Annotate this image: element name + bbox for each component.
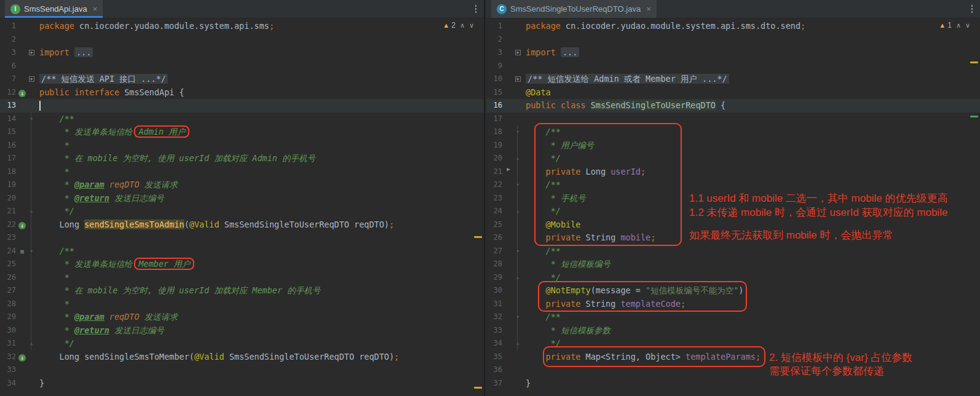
prev-issue-icon[interactable]: ∧ — [460, 22, 465, 30]
line-number[interactable]: 2 — [486, 33, 504, 47]
line-number[interactable]: 27 — [0, 284, 17, 298]
fold-icon[interactable] — [513, 192, 522, 205]
line-number[interactable]: 36 — [486, 363, 504, 377]
fold-icon[interactable] — [27, 350, 36, 364]
fold-icon[interactable] — [27, 152, 36, 165]
next-issue-icon[interactable]: ∨ — [965, 22, 970, 30]
code-line-23[interactable]: 23 — [0, 231, 484, 245]
fold-icon[interactable] — [513, 324, 522, 338]
fold-icon[interactable]: ▵ — [513, 205, 522, 218]
fold-icon[interactable] — [513, 284, 522, 298]
more-options-icon[interactable] — [475, 5, 477, 13]
line-number[interactable]: 13 — [0, 99, 17, 113]
line-number[interactable]: 20 — [486, 152, 504, 165]
code-line-27[interactable]: 27▿ /** — [486, 245, 980, 258]
code-line-34[interactable]: 34} — [0, 377, 484, 390]
close-tab-icon[interactable]: × — [93, 4, 98, 14]
fold-icon[interactable]: + — [27, 46, 36, 60]
fold-icon[interactable]: ▵ — [513, 152, 522, 165]
fold-icon[interactable] — [27, 33, 36, 47]
code-line-9[interactable]: 9 — [486, 60, 980, 73]
fold-icon[interactable] — [513, 33, 522, 47]
inspections-widget[interactable]: ▲ 2 ∧ ∨ — [443, 21, 474, 30]
line-number[interactable]: 22 — [0, 218, 17, 232]
implemented-marker-icon[interactable]: ↓ — [18, 222, 26, 229]
line-number[interactable]: 10 — [486, 73, 504, 86]
code-line-12[interactable]: 12↓public interface SmsSendApi { — [0, 86, 484, 100]
code-line-24[interactable]: 24≡▿ /** — [0, 245, 484, 258]
line-number[interactable]: 16 — [0, 139, 17, 152]
code-line-1[interactable]: 1package cn.iocoder.yudao.module.system.… — [0, 20, 484, 33]
fold-icon[interactable] — [27, 271, 36, 285]
code-line-27[interactable]: 27 * 在 mobile 为空时, 使用 userId 加载对应 Member… — [0, 284, 484, 298]
code-line-17[interactable]: 17 * 在 mobile 为空时, 使用 userId 加载对应 Admin … — [0, 152, 484, 165]
fold-icon[interactable]: ▿ — [513, 178, 522, 192]
line-number[interactable]: 32 — [486, 311, 504, 324]
code-line-15[interactable]: 15 * 发送单条短信给Admin 用户 — [0, 125, 484, 139]
fold-icon[interactable]: ▿ — [27, 245, 36, 258]
fold-icon[interactable]: ▿ — [513, 245, 522, 258]
line-number[interactable]: 33 — [486, 324, 504, 338]
fold-icon[interactable]: + — [513, 46, 522, 60]
fold-icon[interactable]: ▵ — [513, 337, 522, 350]
line-number[interactable]: 20 — [0, 192, 17, 205]
fold-icon[interactable] — [513, 350, 522, 364]
code-line-16[interactable]: 16 * — [0, 139, 484, 152]
line-number[interactable]: 9 — [486, 60, 504, 73]
code-line-13[interactable]: 13 — [0, 99, 484, 113]
fold-icon[interactable]: ▿ — [513, 311, 522, 324]
code-line-19[interactable]: 19 * @param reqDTO 发送请求 — [0, 178, 484, 192]
fold-icon[interactable] — [513, 231, 522, 245]
fold-icon[interactable] — [27, 311, 36, 324]
expand-fold-icon[interactable]: + — [29, 50, 34, 55]
line-number[interactable]: 33 — [0, 363, 17, 377]
line-number[interactable]: 26 — [486, 231, 504, 245]
line-number[interactable]: 23 — [486, 192, 504, 205]
fold-icon[interactable] — [513, 218, 522, 232]
line-number[interactable]: 29 — [0, 311, 17, 324]
close-tab-icon[interactable]: × — [646, 4, 651, 14]
code-line-25[interactable]: 25 * 发送单条短信给Member 用户 — [0, 258, 484, 271]
fold-icon[interactable] — [27, 125, 36, 139]
line-number[interactable]: 34 — [486, 337, 504, 350]
fold-icon[interactable] — [27, 139, 36, 152]
code-line-18[interactable]: 18 * — [0, 165, 484, 179]
code-line-29[interactable]: 29 * @param reqDTO 发送请求 — [0, 311, 484, 324]
line-number[interactable]: 18 — [0, 165, 17, 179]
line-number[interactable]: 25 — [486, 218, 504, 232]
fold-icon[interactable] — [27, 86, 36, 100]
line-number[interactable]: 1 — [486, 20, 504, 33]
code-line-20[interactable]: 20 * @return 发送日志编号 — [0, 192, 484, 205]
code-line-28[interactable]: 28 * 短信模板编号 — [486, 258, 980, 271]
code-line-26[interactable]: 26 * — [0, 271, 484, 285]
line-number[interactable]: 28 — [486, 258, 504, 271]
fold-icon[interactable] — [27, 377, 36, 390]
line-number[interactable]: 3 — [486, 46, 504, 60]
scrollbar-warning-mark[interactable] — [970, 61, 978, 63]
line-number[interactable]: 27 — [486, 245, 504, 258]
code-line-15[interactable]: 15@Data — [486, 86, 980, 100]
code-line-16[interactable]: 16public class SmsSendSingleToUserReqDTO… — [486, 99, 980, 113]
line-number[interactable]: 7 — [0, 73, 17, 86]
line-number[interactable]: 29 — [486, 271, 504, 285]
line-number[interactable]: 30 — [486, 284, 504, 298]
fold-icon[interactable]: + — [27, 73, 36, 86]
fold-icon[interactable] — [513, 298, 522, 311]
code-line-22[interactable]: 22↓ Long sendSingleSmsToAdmin(@Valid Sms… — [0, 218, 484, 232]
tab-smssendsingletouserreqdto[interactable]: C SmsSendSingleToUserReqDTO.java × — [491, 0, 657, 18]
line-number[interactable]: 24 — [486, 205, 504, 218]
fold-icon[interactable]: ▵ — [27, 337, 36, 350]
line-number[interactable]: 32 — [0, 350, 17, 364]
line-number[interactable]: 34 — [0, 377, 17, 390]
line-number[interactable]: 37 — [486, 377, 504, 390]
fold-icon[interactable] — [27, 165, 36, 179]
line-number[interactable]: 30 — [0, 324, 17, 338]
line-number[interactable]: 17 — [0, 152, 17, 165]
expand-fold-icon[interactable]: + — [515, 50, 521, 55]
code-line-6[interactable]: 6 — [0, 60, 484, 73]
expand-fold-icon[interactable]: + — [515, 76, 521, 82]
fold-icon[interactable] — [27, 363, 36, 377]
code-line-21[interactable]: 21▵ */ — [0, 205, 484, 218]
line-number[interactable]: 17 — [486, 113, 504, 126]
line-number[interactable]: 22 — [486, 178, 504, 192]
